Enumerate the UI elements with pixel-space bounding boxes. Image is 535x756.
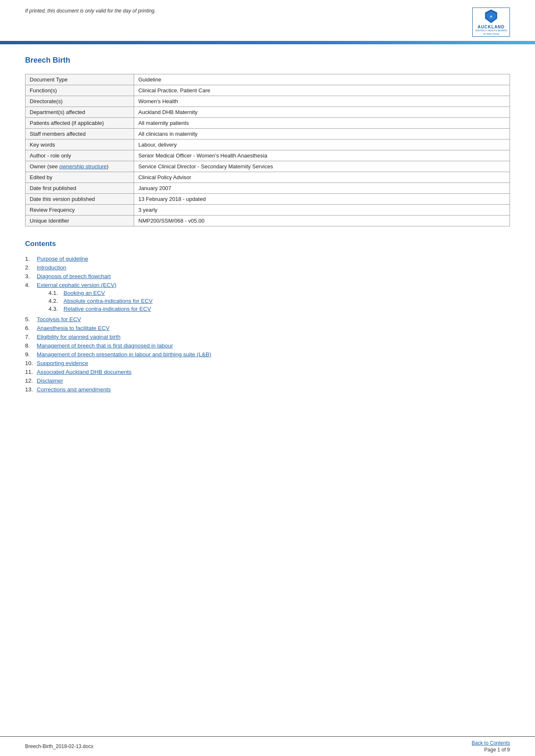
table-row: Unique IdentifierNMP200/SSM/068 - v05.00	[25, 216, 510, 226]
contents-link[interactable]: Disclaimer	[37, 378, 63, 384]
item-number: 9.	[25, 351, 37, 358]
auckland-logo-icon: A	[484, 9, 499, 24]
list-item: 4.1.Booking an ECV	[48, 290, 153, 296]
item-content: Diagnosis of breech flowchart	[37, 273, 111, 279]
table-label: Patients affected (if applicable)	[25, 118, 134, 129]
list-item: 11.Associated Auckland DHB documents	[25, 369, 510, 375]
item-number: 12.	[25, 378, 37, 384]
sub-list: 4.1.Booking an ECV4.2.Absolute contra-in…	[48, 290, 153, 312]
table-row: Key wordsLabour, delivery	[25, 140, 510, 150]
table-label: Owner (see ownership structure)	[25, 161, 134, 172]
contents-link[interactable]: Purpose of guideline	[37, 256, 88, 262]
contents-list: 1.Purpose of guideline2.Introduction3.Di…	[25, 256, 510, 393]
list-item: 6.Anaesthesia to facilitate ECV	[25, 325, 510, 331]
table-row: Department(s) affectedAuckland DHB Mater…	[25, 107, 510, 118]
table-value: NMP200/SSM/068 - v05.00	[134, 216, 510, 226]
print-notice-text: If printed, this document is only valid …	[25, 6, 156, 14]
list-item: 9.Management of breech presentation in l…	[25, 351, 510, 358]
item-content: External cephalic version (ECV)4.1.Booki…	[37, 282, 153, 314]
header-stripe	[0, 41, 535, 44]
contents-link[interactable]: Corrections and amendments	[37, 386, 111, 393]
contents-link[interactable]: Introduction	[37, 264, 66, 271]
back-to-contents-link[interactable]: Back to Contents	[472, 740, 510, 746]
item-number: 13.	[25, 386, 37, 393]
logo-text: AUCKLAND	[478, 25, 505, 29]
item-number: 1.	[25, 256, 37, 262]
item-content: Disclaimer	[37, 378, 63, 384]
table-value: Clinical Policy Advisor	[134, 172, 510, 183]
item-content: Introduction	[37, 264, 66, 271]
table-row: Edited byClinical Policy Advisor	[25, 172, 510, 183]
table-label: Author - role only	[25, 150, 134, 161]
contents-link[interactable]: External cephalic version (ECV)	[37, 282, 117, 288]
item-content: Management of breech that is first diagn…	[37, 342, 173, 349]
table-label: Review Frequency	[25, 205, 134, 216]
item-number: 2.	[25, 264, 37, 271]
footer-right: Back to Contents Page 1 of 9	[472, 740, 510, 753]
list-item: 4.3.Relative contra-indications for ECV	[48, 306, 153, 312]
contents-link[interactable]: Management of breech that is first diagn…	[37, 342, 173, 349]
contents-sub-link[interactable]: Absolute contra-indications for ECV	[64, 298, 153, 304]
contents-link[interactable]: Eligibility for planned vaginal birth	[37, 334, 120, 340]
main-content: Breech Birth Document TypeGuidelineFunct…	[0, 44, 535, 420]
item-content: Management of breech presentation in lab…	[37, 351, 211, 358]
table-row: Review Frequency3 yearly	[25, 205, 510, 216]
logo-subtext1: DISTRICT HEALTH BOARD	[475, 29, 507, 32]
ownership-structure-link[interactable]: ownership structure	[59, 163, 107, 170]
table-row: Directorate(s)Women's Health	[25, 96, 510, 107]
list-item: 5.Tocolysis for ECV	[25, 316, 510, 322]
table-label: Staff members affected	[25, 129, 134, 140]
table-row: Document TypeGuideline	[25, 74, 510, 85]
table-label: Edited by	[25, 172, 134, 183]
item-number: 6.	[25, 325, 37, 331]
contents-link[interactable]: Management of breech presentation in lab…	[37, 351, 211, 358]
document-title: Breech Birth	[25, 56, 510, 65]
list-item: 10.Supporting evidence	[25, 360, 510, 366]
item-number: 7.	[25, 334, 37, 340]
contents-sub-link[interactable]: Relative contra-indications for ECV	[64, 306, 151, 312]
table-row: Date this version published13 February 2…	[25, 194, 510, 205]
table-value: 13 February 2018 - updated	[134, 194, 510, 205]
table-label: Department(s) affected	[25, 107, 134, 118]
table-row: Owner (see ownership structure)Service C…	[25, 161, 510, 172]
table-label: Directorate(s)	[25, 96, 134, 107]
item-content: Anaesthesia to facilitate ECV	[37, 325, 110, 331]
item-number: 5.	[25, 316, 37, 322]
footer-page: Page 1 of 9	[484, 747, 510, 753]
contents-link[interactable]: Diagnosis of breech flowchart	[37, 273, 111, 279]
table-value: Labour, delivery	[134, 140, 510, 150]
info-table: Document TypeGuidelineFunction(s)Clinica…	[25, 74, 510, 226]
table-row: Patients affected (if applicable)All mat…	[25, 118, 510, 129]
svg-text:A: A	[490, 15, 492, 18]
list-item: 4.External cephalic version (ECV)4.1.Boo…	[25, 282, 510, 314]
contents-link[interactable]: Associated Auckland DHB documents	[37, 369, 132, 375]
item-number: 8.	[25, 342, 37, 349]
item-content: Associated Auckland DHB documents	[37, 369, 132, 375]
table-value: All clinicians in maternity	[134, 129, 510, 140]
list-item: 8.Management of breech that is first dia…	[25, 342, 510, 349]
table-row: Function(s)Clinical Practice, Patient Ca…	[25, 85, 510, 96]
item-number: 4.1.	[48, 290, 64, 296]
list-item: 1.Purpose of guideline	[25, 256, 510, 262]
table-value: All maternity patients	[134, 118, 510, 129]
table-label: Document Type	[25, 74, 134, 85]
contents-link[interactable]: Supporting evidence	[37, 360, 88, 366]
contents-link[interactable]: Anaesthesia to facilitate ECV	[37, 325, 110, 331]
table-value: Service Clinical Director - Secondary Ma…	[134, 161, 510, 172]
table-row: Date first publishedJanuary 2007	[25, 183, 510, 194]
contents-sub-link[interactable]: Booking an ECV	[64, 290, 105, 296]
print-notice: If printed, this document is only valid …	[25, 8, 156, 14]
item-content: Purpose of guideline	[37, 256, 88, 262]
page: If printed, this document is only valid …	[0, 0, 535, 756]
item-number: 4.	[25, 282, 37, 288]
table-value: Auckland DHB Maternity	[134, 107, 510, 118]
contents-title: Contents	[25, 240, 510, 248]
contents-link[interactable]: Tocolysis for ECV	[37, 316, 81, 322]
list-item: 4.2.Absolute contra-indications for ECV	[48, 298, 153, 304]
item-number: 4.2.	[48, 298, 64, 304]
table-value: 3 yearly	[134, 205, 510, 216]
table-value: Women's Health	[134, 96, 510, 107]
item-number: 3.	[25, 273, 37, 279]
item-number: 10.	[25, 360, 37, 366]
item-content: Supporting evidence	[37, 360, 88, 366]
